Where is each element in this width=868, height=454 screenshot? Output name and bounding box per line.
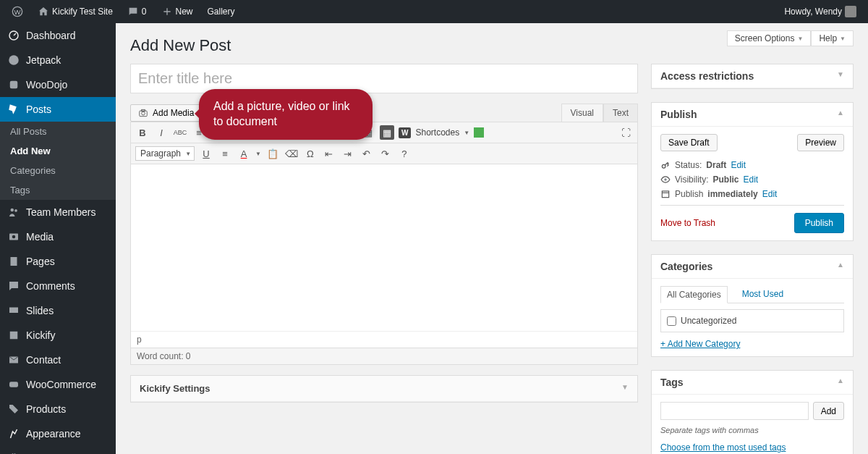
eye-icon: [660, 175, 671, 185]
preview-button[interactable]: Preview: [797, 134, 844, 151]
tags-box: Tags▲ Add Separate tags with commas Choo…: [651, 370, 854, 454]
publish-button[interactable]: Publish: [794, 213, 844, 233]
wp-logo[interactable]: [6, 0, 29, 23]
fullscreen-button[interactable]: ⛶: [618, 125, 633, 140]
sidebar-item-label: Appearance: [26, 428, 81, 440]
underline-button[interactable]: U: [199, 146, 213, 161]
format-select[interactable]: Paragraph: [135, 146, 195, 161]
screen-options-label: Screen Options: [735, 33, 795, 43]
toolbar-toggle-button[interactable]: ▦: [380, 125, 394, 140]
save-draft-button[interactable]: Save Draft: [660, 134, 718, 151]
sidebar-item-products[interactable]: Products: [0, 397, 116, 421]
sidebar-item-pages[interactable]: Pages: [0, 249, 116, 274]
svg-rect-9: [9, 308, 18, 314]
categories-title: Categories: [660, 261, 712, 272]
editor-box: B I ABC ≡ ≡ ❝ — ≡ ≡ ≡ 🔗 ⛓ ▦ ▦ W: [130, 122, 638, 365]
svg-rect-8: [11, 257, 17, 266]
shortcodes-label[interactable]: Shortcodes: [415, 127, 459, 138]
svg-rect-26: [662, 191, 668, 198]
move-to-trash-link[interactable]: Move to Trash: [660, 218, 715, 228]
svg-point-0: [12, 7, 22, 16]
sidebar-item-comments[interactable]: Comments: [0, 274, 116, 298]
sidebar-item-label: Jetpack: [26, 54, 61, 66]
edit-status-link[interactable]: Edit: [731, 160, 746, 170]
tab-most-used[interactable]: Most Used: [736, 286, 789, 303]
tags-toggle[interactable]: Tags▲: [652, 371, 853, 395]
submenu-categories[interactable]: Categories: [0, 161, 116, 180]
post-title-input[interactable]: [130, 64, 638, 93]
shortcodes-badge: W: [399, 127, 411, 138]
strike-button[interactable]: ABC: [173, 125, 187, 140]
tab-visual[interactable]: Visual: [561, 104, 603, 122]
camera-icon: [138, 108, 148, 118]
sidebar-item-contact[interactable]: Contact: [0, 348, 116, 372]
uncategorized-label: Uncategorized: [681, 316, 736, 326]
categories-toggle[interactable]: Categories▲: [652, 255, 853, 279]
visibility-row: Visibility: Public Edit: [660, 175, 844, 185]
editor-body[interactable]: [131, 164, 637, 331]
sidebar-item-appearance[interactable]: Appearance: [0, 421, 116, 446]
redo-button[interactable]: ↷: [378, 146, 393, 161]
editor-path: p: [137, 335, 142, 345]
svg-point-5: [14, 209, 17, 212]
calendar-icon: [660, 189, 671, 199]
kickify-settings-panel: Kickify Settings▼: [130, 375, 638, 403]
svg-point-24: [662, 164, 665, 168]
sidebar-item-slides[interactable]: Slides: [0, 298, 116, 323]
site-name[interactable]: Kickify Test Site: [32, 0, 119, 23]
gallery-label: Gallery: [208, 7, 235, 17]
sidebar-item-posts[interactable]: Posts: [0, 97, 116, 122]
tab-text[interactable]: Text: [603, 104, 638, 122]
svg-point-25: [664, 178, 667, 181]
submenu-add-new[interactable]: Add New: [0, 141, 116, 161]
text-color-button[interactable]: A: [237, 146, 251, 161]
comments-link[interactable]: 0: [122, 0, 153, 23]
user-account[interactable]: Howdy, Wendy: [778, 0, 862, 23]
clear-format-button[interactable]: ⌫: [284, 146, 299, 161]
gallery-link[interactable]: Gallery: [202, 0, 241, 23]
access-restrictions-toggle[interactable]: Access restrictions▼: [652, 64, 853, 88]
choose-tags-link[interactable]: Choose from the most used tags: [660, 442, 786, 453]
sidebar-item-plugins[interactable]: Plugins: [0, 446, 116, 454]
submenu-tags[interactable]: Tags: [0, 180, 116, 200]
bold-button[interactable]: B: [135, 125, 150, 140]
sidebar-item-dashboard[interactable]: Dashboard: [0, 23, 116, 48]
publish-title: Publish: [660, 109, 697, 120]
screen-options-toggle[interactable]: Screen Options ▼: [727, 30, 812, 46]
new-content[interactable]: New: [156, 0, 199, 23]
submenu-all-posts[interactable]: All Posts: [0, 122, 116, 141]
edit-visibility-link[interactable]: Edit: [743, 175, 758, 185]
outdent-button[interactable]: ⇤: [322, 146, 336, 161]
access-restrictions-label: Access restrictions: [660, 70, 754, 82]
admin-sidebar: Dashboard Jetpack WooDojo Posts All Post…: [0, 23, 116, 454]
sidebar-item-woodojo[interactable]: WooDojo: [0, 72, 116, 97]
indent-button[interactable]: ⇥: [341, 146, 355, 161]
sidebar-item-label: Slides: [26, 305, 54, 316]
sidebar-item-woocommerce[interactable]: WooCommerce: [0, 372, 116, 397]
sidebar-item-team-members[interactable]: Team Members: [0, 200, 116, 224]
edit-date-link[interactable]: Edit: [762, 189, 778, 199]
tab-all-categories[interactable]: All Categories: [660, 286, 728, 303]
special-char-button[interactable]: Ω: [303, 146, 318, 161]
sidebar-item-label: Posts: [26, 104, 51, 115]
help-button[interactable]: ?: [397, 146, 412, 161]
color-chip[interactable]: [474, 127, 484, 138]
sidebar-item-media[interactable]: Media: [0, 224, 116, 249]
publish-toggle[interactable]: Publish▲: [652, 103, 853, 127]
svg-point-22: [142, 112, 145, 115]
sidebar-item-label: Media: [26, 231, 54, 243]
add-tag-button[interactable]: Add: [813, 402, 844, 420]
justify-button[interactable]: ≡: [218, 146, 232, 161]
paste-text-button[interactable]: 📋: [265, 146, 280, 161]
sidebar-item-label: WooCommerce: [26, 379, 96, 390]
help-toggle[interactable]: Help ▼: [811, 30, 854, 46]
kickify-settings-toggle[interactable]: Kickify Settings▼: [131, 376, 637, 402]
sidebar-item-jetpack[interactable]: Jetpack: [0, 48, 116, 72]
sidebar-item-kickify[interactable]: Kickify: [0, 323, 116, 348]
undo-button[interactable]: ↶: [359, 146, 374, 161]
uncategorized-checkbox[interactable]: [667, 316, 676, 326]
tags-input[interactable]: [660, 402, 809, 420]
add-new-category-link[interactable]: + Add New Category: [660, 339, 740, 349]
italic-button[interactable]: I: [154, 125, 169, 140]
tags-title: Tags: [660, 377, 684, 388]
